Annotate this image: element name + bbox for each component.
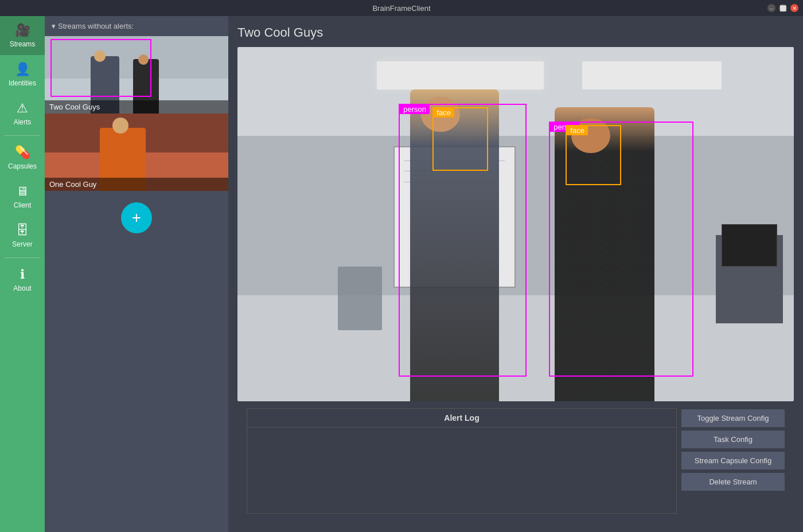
sidebar-item-streams[interactable]: 🎥 Streams (0, 16, 45, 55)
camera-icon: 🎥 (15, 23, 30, 38)
task-config-button[interactable]: Task Config (681, 431, 785, 448)
streams-header-label: Streams without alerts: (58, 22, 134, 30)
sidebar-item-client[interactable]: 🖥 Client (0, 177, 45, 216)
stream-thumb-one-cool-guy-label: One Cool Guy (45, 178, 228, 191)
streams-panel: ▾ Streams without alerts: Two Cool Guys (45, 16, 228, 532)
main-content: Two Cool Guys (228, 16, 803, 532)
sidebar-item-alerts[interactable]: ⚠ Alerts (0, 94, 45, 133)
monitor-icon: 🖥 (16, 184, 29, 199)
stream-thumb-two-cool-guys[interactable]: Two Cool Guys (45, 36, 228, 114)
alert-log: Alert Log (247, 408, 677, 514)
server-icon: 🗄 (16, 223, 29, 238)
sidebar-item-capsules[interactable]: 💊 Capsules (0, 138, 45, 177)
alert-log-header: Alert Log (247, 409, 676, 428)
sidebar-item-alerts-label: Alerts (14, 118, 32, 126)
window-controls: – ⬜ ✕ (767, 4, 798, 12)
sidebar-item-about-label: About (13, 284, 31, 292)
minimize-button[interactable]: – (767, 4, 775, 12)
collapse-icon: ▾ (52, 22, 56, 30)
info-icon: ℹ (20, 267, 25, 282)
alert-icon: ⚠ (17, 101, 28, 116)
maximize-button[interactable]: ⬜ (779, 4, 787, 12)
stream-capsule-config-button[interactable]: Stream Capsule Config (681, 452, 785, 470)
stream-thumb-two-cool-guys-label: Two Cool Guys (45, 100, 228, 114)
bottom-section: Alert Log Toggle Stream Config Task Conf… (237, 408, 794, 523)
main-layout: 🎥 Streams 👤 Identities ⚠ Alerts 💊 Capsul… (0, 16, 803, 532)
app-title: BrainFrameClient (372, 4, 430, 13)
video-container: person face person face (237, 47, 794, 401)
stream-thumb-one-cool-guy[interactable]: One Cool Guy (45, 114, 228, 191)
sidebar-item-identities[interactable]: 👤 Identities (0, 55, 45, 94)
stream-title: Two Cool Guys (237, 25, 794, 40)
stream-view: Two Cool Guys (228, 16, 803, 532)
sidebar-item-identities-label: Identities (9, 79, 36, 87)
sidebar-divider-1 (5, 135, 40, 136)
streams-header: ▾ Streams without alerts: (45, 16, 228, 36)
person-icon: 👤 (15, 62, 30, 77)
titlebar: BrainFrameClient – ⬜ ✕ (0, 0, 803, 16)
toggle-stream-config-button[interactable]: Toggle Stream Config (681, 409, 785, 427)
sidebar-item-capsules-label: Capsules (8, 162, 37, 170)
add-icon: + (132, 209, 141, 227)
sidebar-item-streams-label: Streams (10, 40, 36, 48)
close-button[interactable]: ✕ (790, 4, 798, 12)
sidebar-item-server-label: Server (12, 240, 32, 248)
config-buttons: Toggle Stream Config Task Config Stream … (681, 408, 785, 514)
sidebar-item-server[interactable]: 🗄 Server (0, 216, 45, 255)
add-stream-button[interactable]: + (121, 202, 152, 233)
delete-stream-button[interactable]: Delete Stream (681, 473, 785, 491)
sidebar: 🎥 Streams 👤 Identities ⚠ Alerts 💊 Capsul… (0, 16, 45, 532)
sidebar-item-about[interactable]: ℹ About (0, 260, 45, 299)
capsule-icon: 💊 (15, 145, 30, 160)
sidebar-divider-2 (5, 257, 40, 258)
sidebar-item-client-label: Client (14, 201, 32, 209)
